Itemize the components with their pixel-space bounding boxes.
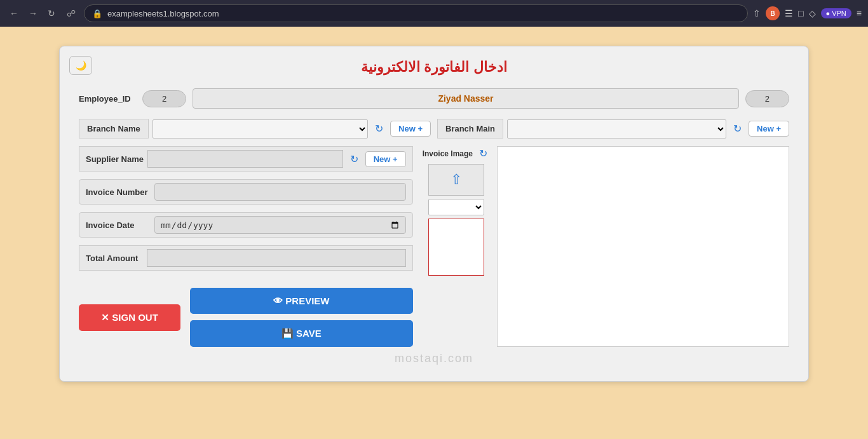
image-preview-box <box>497 146 789 347</box>
branch-main-new-button[interactable]: New + <box>749 121 789 137</box>
menu-button[interactable]: ≡ <box>857 8 862 18</box>
extensions-button[interactable]: ☰ <box>785 8 793 18</box>
browser-nav: ← → ↻ <box>6 7 58 20</box>
invoice-date-label: Invoice Date <box>86 220 149 230</box>
total-amount-input[interactable] <box>147 249 406 267</box>
invoice-number-row: Invoice Number <box>79 179 413 205</box>
branch-name-refresh-button[interactable]: ↻ <box>372 121 386 136</box>
main-content: Supplier Name ↻ New + Invoice Number Inv… <box>79 146 789 347</box>
right-panel: Invoice Image ↻ ⇧ <box>423 146 789 347</box>
branch-main-group: Branch Main ↻ New + <box>437 119 789 138</box>
employee-id-value: 2 <box>142 90 186 107</box>
form-title: ادخال الفاتورة الالكترونية <box>79 59 789 76</box>
supplier-new-label: New + <box>374 154 398 164</box>
brave-icon: B <box>766 6 780 20</box>
employee-num-value: 2 <box>745 90 789 107</box>
branch-name-group: Branch Name ↻ New + <box>79 119 431 138</box>
sign-out-button[interactable]: ✕ SIGN OUT <box>79 304 180 331</box>
share-button[interactable]: ⇧ <box>753 8 761 18</box>
moon-icon: 🌙 <box>76 60 86 71</box>
forward-button[interactable]: → <box>25 7 41 20</box>
employee-row: Employee_ID 2 Ziyad Nasser 2 <box>79 88 789 109</box>
branch-name-new-button[interactable]: New + <box>390 121 431 137</box>
supplier-row: Supplier Name ↻ New + <box>79 146 413 172</box>
supplier-new-button[interactable]: New + <box>365 151 406 167</box>
employee-name-field: Ziyad Nasser <box>193 88 739 109</box>
dark-mode-button[interactable]: 🌙 <box>69 56 92 75</box>
employee-id-label: Employee_ID <box>79 94 136 104</box>
url-text: examplesheets1.blogspot.com <box>107 9 219 18</box>
total-amount-label: Total Amount <box>86 253 143 263</box>
branch-main-select[interactable] <box>507 119 726 138</box>
branch-name-label: Branch Name <box>79 119 149 138</box>
branch-name-select[interactable] <box>153 119 368 138</box>
back-button[interactable]: ← <box>6 7 22 20</box>
vpn-badge[interactable]: ● VPN <box>821 8 851 18</box>
invoice-type-select[interactable] <box>428 199 484 215</box>
watermark: mostaqi.com <box>79 352 789 365</box>
invoice-date-row: Invoice Date <box>79 212 413 238</box>
upload-box[interactable]: ⇧ <box>428 164 484 196</box>
invoice-number-label: Invoice Number <box>86 187 149 197</box>
invoice-image-label-row: Invoice Image ↻ <box>423 146 491 161</box>
branch-main-refresh-button[interactable]: ↻ <box>730 121 745 136</box>
address-bar[interactable]: 🔒 examplesheets1.blogspot.com <box>84 4 748 22</box>
branch-main-new-label: New + <box>757 124 781 133</box>
save-button[interactable]: 💾 SAVE <box>190 320 413 347</box>
upload-icon: ⇧ <box>451 172 462 188</box>
lock-icon: 🔒 <box>92 9 102 18</box>
supplier-refresh-button[interactable]: ↻ <box>347 152 362 166</box>
branch-main-label: Branch Main <box>437 119 503 138</box>
total-amount-row: Total Amount <box>79 245 413 271</box>
invoice-image-section: Invoice Image ↻ ⇧ <box>423 146 491 347</box>
preview-button[interactable]: 👁 PREVIEW <box>190 288 413 314</box>
browser-bar: ← → ↻ ☍ 🔒 examplesheets1.blogspot.com ⇧ … <box>0 0 868 27</box>
wallet-button[interactable]: ◇ <box>809 8 816 18</box>
buttons-row: ✕ SIGN OUT 👁 PREVIEW 💾 SAVE <box>79 288 413 347</box>
form-container: 🌙 ادخال الفاتورة الالكترونية Employee_ID… <box>59 46 809 382</box>
page-background: 🌙 ادخال الفاتورة الالكترونية Employee_ID… <box>0 27 868 439</box>
invoice-notes-textarea[interactable] <box>428 219 484 276</box>
invoice-date-input[interactable] <box>154 216 406 234</box>
invoice-image-refresh-button[interactable]: ↻ <box>476 146 491 161</box>
reload-button[interactable]: ↻ <box>44 7 58 20</box>
branch-name-new-label: New + <box>398 124 423 133</box>
bookmark-button[interactable]: ☍ <box>64 7 79 20</box>
browser-actions: ⇧ B ☰ □ ◇ ● VPN ≡ <box>753 6 862 20</box>
supplier-name-input[interactable] <box>147 150 343 168</box>
invoice-image-label: Invoice Image <box>423 149 473 158</box>
invoice-number-input[interactable] <box>154 183 406 201</box>
branches-row: Branch Name ↻ New + Branch Main ↻ New + <box>79 119 789 138</box>
supplier-name-label: Supplier Name <box>86 154 144 164</box>
left-panel: Supplier Name ↻ New + Invoice Number Inv… <box>79 146 413 347</box>
window-button[interactable]: □ <box>798 8 803 18</box>
